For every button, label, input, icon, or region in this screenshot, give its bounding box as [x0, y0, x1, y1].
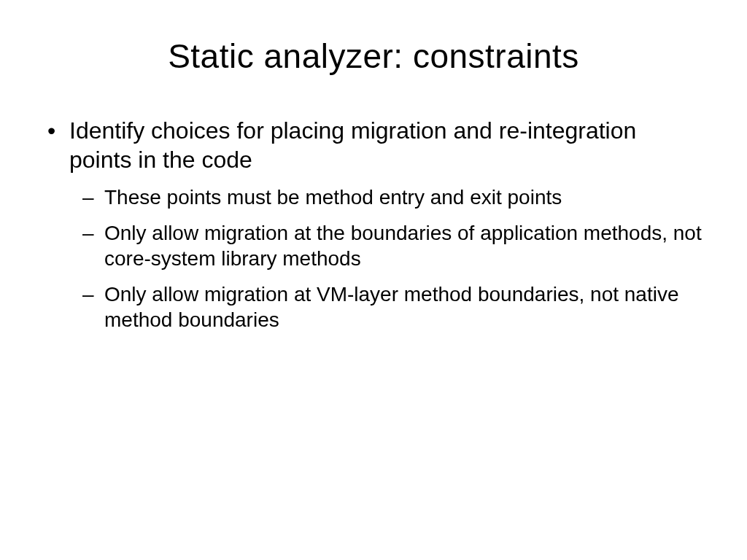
sub-bullet-list: These points must be method entry and ex… — [69, 184, 703, 332]
sub-bullet-item: These points must be method entry and ex… — [104, 184, 703, 210]
slide-title: Static analyzer: constraints — [44, 36, 703, 76]
sub-bullet-item: Only allow migration at VM-layer method … — [104, 281, 703, 332]
sub-bullet-text: These points must be method entry and ex… — [104, 186, 562, 209]
sub-bullet-text: Only allow migration at VM-layer method … — [104, 283, 679, 331]
bullet-text: Identify choices for placing migration a… — [69, 117, 636, 173]
slide: Static analyzer: constraints Identify ch… — [0, 0, 747, 560]
sub-bullet-text: Only allow migration at the boundaries o… — [104, 222, 702, 270]
bullet-list: Identify choices for placing migration a… — [44, 116, 703, 332]
bullet-item: Identify choices for placing migration a… — [69, 116, 703, 332]
sub-bullet-item: Only allow migration at the boundaries o… — [104, 220, 703, 271]
